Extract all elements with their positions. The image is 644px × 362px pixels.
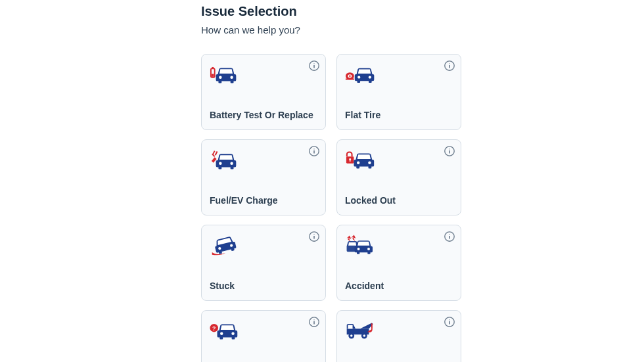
question-car-icon: ? bbox=[210, 319, 241, 342]
svg-point-7 bbox=[230, 76, 233, 79]
svg-line-22 bbox=[212, 154, 215, 156]
info-icon[interactable] bbox=[308, 316, 320, 328]
issue-card-label: Accident bbox=[345, 281, 453, 291]
tow-truck-icon bbox=[345, 319, 377, 342]
svg-text:?: ? bbox=[212, 325, 216, 332]
lock-car-icon bbox=[345, 148, 377, 171]
issue-card-battery[interactable]: Battery Test Or Replace bbox=[201, 54, 326, 130]
svg-rect-57 bbox=[348, 325, 352, 328]
issue-card-label: Locked Out bbox=[345, 195, 453, 206]
svg-point-46 bbox=[313, 319, 314, 320]
issue-card-stuck[interactable]: Stuck bbox=[201, 225, 326, 301]
svg-point-18 bbox=[313, 148, 314, 149]
info-icon[interactable] bbox=[308, 60, 320, 72]
svg-line-21 bbox=[216, 152, 218, 156]
svg-marker-42 bbox=[351, 235, 356, 241]
issue-card-label: Stuck bbox=[210, 281, 317, 291]
svg-point-32 bbox=[368, 162, 371, 164]
svg-point-15 bbox=[357, 76, 360, 78]
accident-car-icon bbox=[345, 233, 377, 257]
svg-point-43 bbox=[357, 248, 360, 250]
svg-point-6 bbox=[219, 76, 221, 79]
info-icon[interactable] bbox=[444, 231, 455, 242]
stuck-car-icon bbox=[210, 233, 241, 257]
issue-card-accident[interactable]: Accident bbox=[336, 225, 461, 301]
svg-point-9 bbox=[449, 63, 449, 64]
issue-card-locked-out[interactable]: Locked Out bbox=[336, 139, 461, 215]
battery-car-icon bbox=[210, 62, 241, 86]
issue-card-tow[interactable] bbox=[336, 310, 461, 362]
svg-point-44 bbox=[367, 248, 370, 250]
svg-point-51 bbox=[231, 332, 234, 335]
issue-card-flat-tire[interactable]: Flat Tire bbox=[336, 54, 461, 130]
info-icon[interactable] bbox=[308, 145, 320, 157]
svg-point-62 bbox=[363, 334, 366, 337]
svg-rect-30 bbox=[350, 160, 351, 162]
svg-marker-41 bbox=[347, 235, 352, 241]
issue-card-label: Battery Test Or Replace bbox=[210, 110, 317, 120]
info-icon[interactable] bbox=[444, 145, 455, 157]
svg-rect-5 bbox=[212, 74, 214, 77]
info-icon[interactable] bbox=[308, 231, 320, 242]
info-icon[interactable] bbox=[444, 60, 455, 72]
svg-point-24 bbox=[230, 162, 233, 165]
issue-selection-page: Issue Selection How can we help you? bbox=[0, 0, 644, 362]
page-title: Issue Selection bbox=[201, 4, 644, 19]
issue-card-label: Fuel/EV Charge bbox=[210, 195, 317, 206]
svg-rect-4 bbox=[212, 67, 214, 68]
issue-card-label: Flat Tire bbox=[345, 110, 453, 120]
svg-point-34 bbox=[313, 234, 314, 235]
svg-point-39 bbox=[449, 234, 449, 235]
svg-point-13 bbox=[349, 75, 351, 77]
svg-point-53 bbox=[449, 319, 449, 320]
svg-point-26 bbox=[449, 148, 449, 149]
svg-rect-14 bbox=[346, 78, 354, 79]
svg-point-23 bbox=[219, 162, 221, 165]
svg-point-1 bbox=[313, 63, 314, 64]
info-icon[interactable] bbox=[444, 316, 455, 328]
svg-point-31 bbox=[357, 162, 359, 164]
fuel-car-icon bbox=[210, 148, 241, 171]
issue-card-unknown[interactable]: ? bbox=[201, 310, 326, 362]
flat-tire-car-icon bbox=[345, 62, 377, 86]
svg-point-16 bbox=[369, 76, 371, 78]
issue-card-grid: Battery Test Or Replace bbox=[201, 54, 644, 362]
svg-point-50 bbox=[220, 332, 223, 335]
issue-card-fuel[interactable]: Fuel/EV Charge bbox=[201, 139, 326, 215]
svg-point-60 bbox=[350, 334, 353, 337]
svg-marker-56 bbox=[360, 323, 373, 328]
page-subtitle: How can we help you? bbox=[201, 24, 644, 35]
